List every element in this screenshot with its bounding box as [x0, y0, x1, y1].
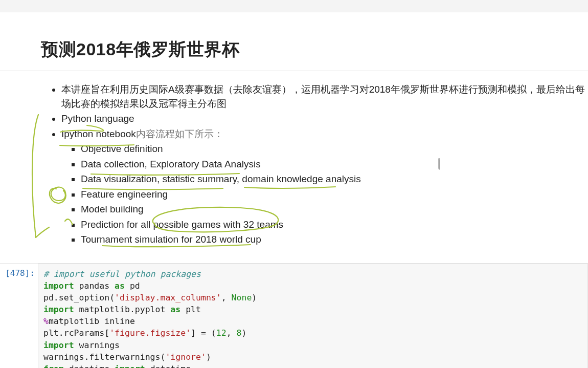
- list-item: Objective definition: [81, 142, 588, 156]
- code-text: matplotlib.pyplot: [74, 305, 171, 314]
- window-topbar: [0, 0, 588, 12]
- markdown-cell: 预测2018年俄罗斯世界杯 本讲座旨在利用历史国际A级赛事数据（去除友谊赛），运…: [0, 12, 588, 263]
- code-comment: # import useful python packages: [43, 269, 201, 279]
- code-text: datetime: [145, 364, 191, 368]
- list-item: Ipython notebook内容流程如下所示： Objective defi…: [61, 127, 588, 247]
- code-text: matplotlib inline: [49, 316, 135, 326]
- list-item: Feature engineering: [81, 187, 588, 202]
- list-item: Python language: [61, 112, 588, 126]
- code-magic: %: [43, 316, 49, 326]
- code-number: 12: [216, 328, 227, 338]
- code-keyword: import: [115, 364, 145, 368]
- list-item-label: Ipython notebook: [61, 128, 136, 139]
- code-text: ,: [227, 328, 237, 338]
- code-text: ): [241, 328, 246, 338]
- code-string: 'ignore': [165, 352, 206, 362]
- code-keyword: import: [43, 305, 74, 314]
- code-keyword: import: [43, 281, 74, 291]
- code-text: pd: [125, 281, 140, 291]
- code-text: ): [252, 293, 257, 302]
- code-keyword: as: [170, 305, 180, 314]
- code-text: warnings.filterwarnings(: [43, 352, 165, 362]
- code-text: pd.set_option(: [43, 293, 115, 302]
- code-cell[interactable]: [478]: # import useful python packages i…: [0, 263, 588, 368]
- input-prompt: [478]:: [0, 264, 38, 368]
- code-editor[interactable]: # import useful python packages import p…: [38, 264, 588, 368]
- code-keyword: as: [115, 281, 125, 291]
- code-text: ] = (: [191, 328, 216, 338]
- code-keyword: import: [43, 340, 74, 350]
- list-item: Data collection, Exploratory Data Analys…: [81, 157, 588, 171]
- code-text: plt: [180, 305, 201, 314]
- code-text: warnings: [74, 340, 120, 350]
- code-text: plt.rcParams[: [43, 328, 109, 338]
- code-text: datetime: [64, 364, 115, 368]
- list-item: Prediction for all possible games with 3…: [81, 218, 588, 232]
- code-text: pandas: [74, 281, 115, 291]
- code-string: 'figure.figsize': [109, 328, 191, 338]
- code-text: ): [206, 352, 211, 362]
- list-item-label-secondary: 内容流程如下所示：: [136, 128, 223, 139]
- code-text: ,: [221, 293, 232, 302]
- code-none: None: [232, 293, 252, 302]
- sub-bullet-list: Objective definition Data collection, Ex…: [61, 142, 588, 247]
- code-keyword: from: [43, 364, 64, 368]
- bullet-list: 本讲座旨在利用历史国际A级赛事数据（去除友谊赛），运用机器学习对2018年俄罗斯…: [41, 82, 588, 247]
- page-title: 预测2018年俄罗斯世界杯: [41, 38, 588, 61]
- list-item: Model building: [81, 202, 588, 217]
- code-number: 8: [237, 328, 242, 338]
- list-item: Data visualization, statistic summary, d…: [81, 172, 588, 186]
- code-string: 'display.max_columns': [115, 293, 221, 302]
- list-item: 本讲座旨在利用历史国际A级赛事数据（去除友谊赛），运用机器学习对2018年俄罗斯…: [61, 82, 588, 111]
- divider: [0, 71, 588, 71]
- list-item: Tournament simulation for 2018 world cup: [81, 232, 588, 247]
